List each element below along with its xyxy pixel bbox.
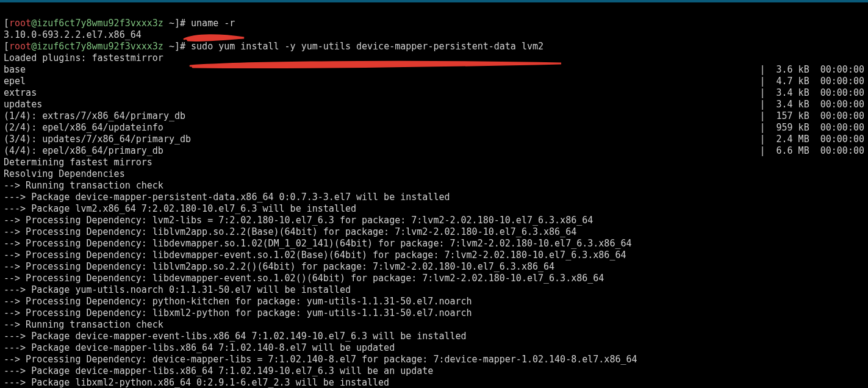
prompt-user: root bbox=[9, 18, 31, 29]
repo-row: updates| 3.4 kB 00:00:00 bbox=[4, 99, 864, 110]
output-line: ---> Package device-mapper-libs.x86_64 7… bbox=[4, 342, 864, 354]
output-line: --> Running transaction check bbox=[4, 319, 864, 331]
repo-row: base| 3.6 kB 00:00:00 bbox=[4, 64, 864, 76]
shell-prompt: [root@izuf6ct7y8wmu92f3vxxx3z ~]# bbox=[4, 41, 185, 52]
prompt-host: @izuf6ct7y8wmu92f3vxxx3z bbox=[31, 18, 163, 29]
output-line: Resolving Dependencies bbox=[4, 168, 864, 180]
download-size-eta: | 959 kB 00:00:00 bbox=[759, 122, 864, 134]
output-line: ---> Package device-mapper-event-libs.x8… bbox=[4, 331, 864, 342]
repo-name: updates bbox=[4, 99, 42, 110]
output-line: --> Running transaction check bbox=[4, 180, 864, 192]
download-name: (4/4): epel/x86_64/primary_db bbox=[4, 145, 163, 157]
output-line: --> Processing Dependency: python-kitche… bbox=[4, 296, 864, 307]
repo-name: extras bbox=[4, 87, 37, 99]
yum-plugins-line: Loaded plugins: fastestmirror bbox=[4, 52, 163, 63]
output-line: ---> Package device-mapper-persistent-da… bbox=[4, 192, 864, 203]
repo-size-eta: | 4.7 kB 00:00:00 bbox=[759, 76, 864, 87]
repo-row: extras| 3.4 kB 00:00:00 bbox=[4, 87, 864, 99]
repo-row: epel| 4.7 kB 00:00:00 bbox=[4, 76, 864, 87]
repo-name: epel bbox=[4, 76, 26, 87]
download-name: (1/4): extras/7/x86_64/primary_db bbox=[4, 110, 185, 122]
prompt-host: @izuf6ct7y8wmu92f3vxxx3z bbox=[31, 41, 163, 52]
output-line: --> Processing Dependency: device-mapper… bbox=[4, 354, 864, 365]
download-size-eta: | 2.4 MB 00:00:00 bbox=[759, 134, 864, 145]
download-row: (2/4): epel/x86_64/updateinfo| 959 kB 00… bbox=[4, 122, 864, 134]
command-uname: uname -r bbox=[185, 18, 235, 29]
download-size-eta: | 6.6 MB 00:00:00 bbox=[759, 145, 864, 157]
download-row: (3/4): updates/7/x86_64/primary_db| 2.4 … bbox=[4, 134, 864, 145]
repo-name: base bbox=[4, 64, 26, 76]
bracket-open: [ bbox=[4, 18, 9, 29]
uname-output: 3.10.0-693.2.2.el7.x86_64 bbox=[4, 29, 142, 40]
shell-prompt: [root@izuf6ct7y8wmu92f3vxxx3z ~]# bbox=[4, 18, 185, 29]
prompt-user: root bbox=[9, 41, 31, 52]
output-line: --> Processing Dependency: libdevmapper-… bbox=[4, 250, 864, 261]
output-line: --> Processing Dependency: liblvm2app.so… bbox=[4, 261, 864, 273]
output-line: --> Processing Dependency: libdevmapper-… bbox=[4, 273, 864, 284]
output-line: ---> Package libxml2-python.x86_64 0:2.9… bbox=[4, 377, 864, 388]
prompt-cwd: ~ bbox=[163, 18, 174, 29]
output-line: ---> Package yum-utils.noarch 0:1.1.31-5… bbox=[4, 284, 864, 296]
output-line: --> Processing Dependency: lvm2-libs = 7… bbox=[4, 215, 864, 226]
bracket-close: ]# bbox=[174, 18, 185, 29]
output-line: ---> Package lvm2.x86_64 7:2.02.180-10.e… bbox=[4, 203, 864, 215]
repo-size-eta: | 3.6 kB 00:00:00 bbox=[759, 64, 864, 76]
download-name: (2/4): epel/x86_64/updateinfo bbox=[4, 122, 163, 134]
output-line: --> Processing Dependency: libdevmapper.… bbox=[4, 238, 864, 250]
annotation-underline-uname bbox=[183, 7, 250, 67]
download-row: (1/4): extras/7/x86_64/primary_db| 157 k… bbox=[4, 110, 864, 122]
terminal-output[interactable]: [root@izuf6ct7y8wmu92f3vxxx3z ~]# uname … bbox=[0, 2, 868, 388]
command-yum-install: sudo yum install -y yum-utils device-map… bbox=[185, 41, 543, 52]
output-line: --> Processing Dependency: libxml2-pytho… bbox=[4, 307, 864, 319]
output-line: Determining fastest mirrors bbox=[4, 157, 864, 168]
output-line: ---> Package device-mapper-libs.x86_64 7… bbox=[4, 365, 864, 377]
output-line: --> Processing Dependency: liblvm2app.so… bbox=[4, 226, 864, 238]
bracket-open: [ bbox=[4, 41, 9, 52]
repo-size-eta: | 3.4 kB 00:00:00 bbox=[759, 87, 864, 99]
download-name: (3/4): updates/7/x86_64/primary_db bbox=[4, 134, 191, 145]
prompt-cwd: ~ bbox=[163, 41, 174, 52]
download-row: (4/4): epel/x86_64/primary_db| 6.6 MB 00… bbox=[4, 145, 864, 157]
repo-size-eta: | 3.4 kB 00:00:00 bbox=[759, 99, 864, 110]
download-size-eta: | 157 kB 00:00:00 bbox=[759, 110, 864, 122]
bracket-close: ]# bbox=[174, 41, 185, 52]
